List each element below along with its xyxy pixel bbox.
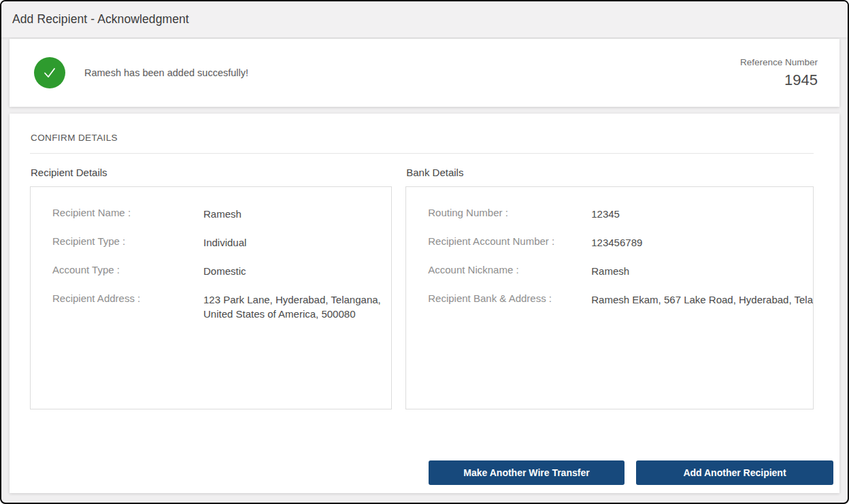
reference-number-group: Reference Number 1945 bbox=[740, 57, 818, 89]
action-button-row: Make Another Wire Transfer Add Another R… bbox=[30, 460, 833, 485]
field-recipient-type: Recipient Type : Individual bbox=[52, 235, 391, 250]
app-window: Add Recipient - Acknowledgment Ramesh ha… bbox=[0, 0, 849, 504]
field-recipient-name: Recipient Name : Ramesh bbox=[52, 207, 391, 221]
field-label: Account Nickname : bbox=[428, 264, 591, 275]
field-value: 123 Park Lane, Hyderabad, Telangana, Uni… bbox=[203, 292, 391, 321]
field-value: Ramesh bbox=[203, 207, 242, 221]
field-value: 123456789 bbox=[591, 235, 642, 250]
field-recipient-account-number: Recipient Account Number : 123456789 bbox=[428, 235, 813, 250]
bank-details-title: Bank Details bbox=[405, 167, 814, 178]
success-check-icon bbox=[34, 57, 65, 88]
field-value: Individual bbox=[203, 235, 246, 250]
field-label: Recipient Name : bbox=[52, 207, 203, 218]
page-header: Add Recipient - Acknowledgment bbox=[1, 1, 848, 37]
details-columns: Recipient Details Recipient Name : Rames… bbox=[30, 167, 814, 409]
field-label: Recipient Account Number : bbox=[428, 235, 591, 247]
field-value: 12345 bbox=[591, 207, 620, 221]
success-message: Ramesh has been added succesfully! bbox=[84, 67, 248, 78]
field-routing-number: Routing Number : 12345 bbox=[428, 207, 813, 221]
field-value: Ramesh Ekam, 567 Lake Road, Hyderabad, T… bbox=[591, 292, 813, 307]
confirm-details-heading: CONFIRM DETAILS bbox=[30, 133, 814, 143]
field-account-type: Account Type : Domestic bbox=[52, 264, 391, 278]
recipient-details-title: Recipient Details bbox=[30, 167, 392, 178]
page-title: Add Recipient - Acknowledgment bbox=[12, 12, 189, 27]
recipient-details-panel: Recipient Name : Ramesh Recipient Type :… bbox=[30, 186, 392, 409]
confirm-details-card: CONFIRM DETAILS Recipient Details Recipi… bbox=[10, 114, 839, 493]
reference-number-label: Reference Number bbox=[740, 57, 818, 67]
page-content: Ramesh has been added succesfully! Refer… bbox=[1, 37, 848, 493]
recipient-details-section: Recipient Details Recipient Name : Rames… bbox=[30, 167, 392, 409]
field-label: Recipient Bank & Address : bbox=[428, 292, 591, 304]
success-message-group: Ramesh has been added succesfully! bbox=[34, 57, 248, 88]
field-label: Recipient Type : bbox=[52, 235, 203, 247]
field-value: Domestic bbox=[203, 264, 246, 278]
reference-number-value: 1945 bbox=[740, 71, 818, 89]
field-label: Account Type : bbox=[52, 264, 203, 275]
acknowledgment-card: Ramesh has been added succesfully! Refer… bbox=[10, 39, 839, 107]
make-another-wire-transfer-button[interactable]: Make Another Wire Transfer bbox=[429, 460, 625, 485]
field-account-nickname: Account Nickname : Ramesh bbox=[428, 264, 813, 278]
bank-details-panel: Routing Number : 12345 Recipient Account… bbox=[405, 186, 814, 409]
field-label: Recipient Address : bbox=[52, 292, 203, 304]
field-label: Routing Number : bbox=[428, 207, 591, 218]
field-recipient-bank-address: Recipient Bank & Address : Ramesh Ekam, … bbox=[428, 292, 813, 307]
bank-details-section: Bank Details Routing Number : 12345 Reci… bbox=[405, 167, 814, 409]
field-value: Ramesh bbox=[591, 264, 629, 278]
heading-divider bbox=[30, 153, 814, 154]
field-recipient-address: Recipient Address : 123 Park Lane, Hyder… bbox=[52, 292, 391, 321]
add-another-recipient-button[interactable]: Add Another Recipient bbox=[636, 460, 833, 485]
